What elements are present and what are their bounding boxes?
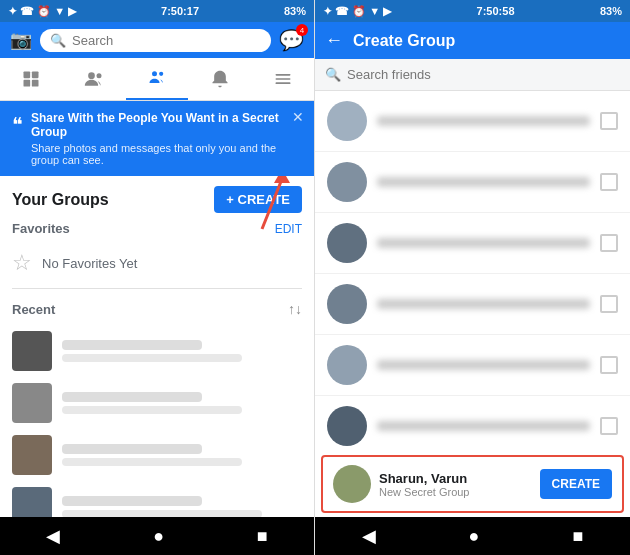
group-avatar (12, 383, 52, 423)
tab-friends[interactable] (63, 58, 126, 100)
messenger-badge: 4 (296, 24, 308, 36)
search-bar[interactable]: 🔍 (40, 29, 271, 52)
svg-point-4 (88, 72, 95, 79)
group-meta (62, 510, 262, 517)
friend-avatar (327, 284, 367, 324)
svg-rect-2 (24, 80, 31, 87)
messenger-icon[interactable]: 💬 4 (279, 28, 304, 52)
friend-checkbox[interactable] (600, 356, 618, 374)
right-panel: ✦ ☎ ⏰ ▼ ▶ 7:50:58 83% ← Create Group 🔍 (315, 0, 630, 555)
friend-name (377, 421, 590, 431)
sort-icon[interactable]: ↑↓ (288, 301, 302, 317)
friend-avatar (327, 406, 367, 446)
recents-button[interactable]: ■ (257, 526, 268, 547)
right-header: ← Create Group (315, 22, 630, 59)
home-button[interactable]: ● (469, 526, 480, 547)
friend-search-input[interactable] (347, 67, 620, 82)
friend-search-bar[interactable]: 🔍 (315, 59, 630, 91)
back-arrow-icon[interactable]: ← (325, 30, 343, 51)
friend-checkbox[interactable] (600, 112, 618, 130)
friend-checkbox[interactable] (600, 295, 618, 313)
quote-icon: ❝ (12, 113, 23, 166)
left-header: 📷 🔍 💬 4 (0, 22, 314, 58)
right-battery: 83% (600, 5, 622, 17)
search-input[interactable] (72, 33, 261, 48)
bluetooth-icon: ✦ ☎ ⏰ ▼ ▶ (8, 5, 76, 18)
friends-list (315, 91, 630, 451)
left-bottom-nav: ◀ ● ■ (0, 517, 314, 555)
friend-item[interactable] (315, 213, 630, 274)
no-favorites: ☆ No Favorites Yet (12, 242, 302, 284)
group-item[interactable] (12, 325, 302, 377)
search-icon: 🔍 (50, 33, 66, 48)
friend-item[interactable] (315, 396, 630, 451)
svg-point-5 (97, 73, 102, 78)
right-time: 7:50:58 (477, 5, 515, 17)
friend-item[interactable] (315, 91, 630, 152)
recents-button[interactable]: ■ (573, 526, 584, 547)
selected-friend-bar: Sharun, Varun New Secret Group CREATE (321, 455, 624, 513)
no-favorites-text: No Favorites Yet (42, 256, 137, 271)
divider-1 (12, 288, 302, 289)
left-status-bar: ✦ ☎ ⏰ ▼ ▶ 7:50:17 83% (0, 0, 314, 22)
recent-title: Recent (12, 302, 55, 317)
your-groups-title: Your Groups (12, 191, 109, 209)
nav-tabs (0, 58, 314, 101)
left-content: Your Groups + CREATE Favorites EDIT ☆ No… (0, 176, 314, 517)
group-item[interactable] (12, 429, 302, 481)
friend-item[interactable] (315, 152, 630, 213)
friend-name (377, 299, 590, 309)
selected-sub: New Secret Group (379, 486, 532, 498)
svg-marker-12 (274, 176, 290, 183)
friend-avatar (327, 345, 367, 385)
friend-name (377, 360, 590, 370)
group-item[interactable] (12, 481, 302, 517)
svg-rect-9 (275, 78, 290, 80)
group-name (62, 496, 202, 506)
back-button[interactable]: ◀ (46, 525, 60, 547)
friend-checkbox[interactable] (600, 417, 618, 435)
selected-info: Sharun, Varun New Secret Group (379, 471, 532, 498)
tab-groups[interactable] (126, 58, 189, 100)
svg-rect-3 (32, 80, 39, 87)
friend-avatar (327, 223, 367, 263)
tab-feed[interactable] (0, 58, 63, 100)
friend-name (377, 116, 590, 126)
group-item[interactable] (12, 377, 302, 429)
group-avatar (12, 331, 52, 371)
friend-item[interactable] (315, 274, 630, 335)
friend-avatar (327, 101, 367, 141)
group-name (62, 444, 202, 454)
banner-title: Share With the People You Want in a Secr… (31, 111, 302, 139)
create-button-bottom[interactable]: CREATE (540, 469, 612, 499)
back-button[interactable]: ◀ (362, 525, 376, 547)
group-avatar (12, 435, 52, 475)
home-button[interactable]: ● (153, 526, 164, 547)
group-info (62, 340, 302, 362)
banner-close-icon[interactable]: ✕ (292, 109, 304, 125)
banner-desc: Share photos and messages that only you … (31, 142, 302, 166)
left-battery: 83% (284, 5, 306, 17)
right-status-icons: ✦ ☎ ⏰ ▼ ▶ (323, 5, 391, 18)
friend-checkbox[interactable] (600, 234, 618, 252)
friend-checkbox[interactable] (600, 173, 618, 191)
svg-rect-10 (275, 82, 290, 84)
group-meta (62, 354, 242, 362)
tab-menu[interactable] (251, 58, 314, 100)
group-meta (62, 406, 242, 414)
group-name (62, 392, 202, 402)
tab-notifications[interactable] (188, 58, 251, 100)
left-time: 7:50:17 (161, 5, 199, 17)
friend-name (377, 177, 590, 187)
camera-icon[interactable]: 📷 (10, 29, 32, 51)
friend-search-icon: 🔍 (325, 67, 341, 82)
svg-point-6 (152, 71, 157, 76)
svg-rect-8 (275, 74, 290, 76)
group-info (62, 392, 302, 414)
right-status-bar: ✦ ☎ ⏰ ▼ ▶ 7:50:58 83% (315, 0, 630, 22)
create-group-title: Create Group (353, 32, 455, 50)
selected-name: Sharun, Varun (379, 471, 532, 486)
friend-item[interactable] (315, 335, 630, 396)
star-icon: ☆ (12, 250, 32, 276)
group-avatar (12, 487, 52, 517)
